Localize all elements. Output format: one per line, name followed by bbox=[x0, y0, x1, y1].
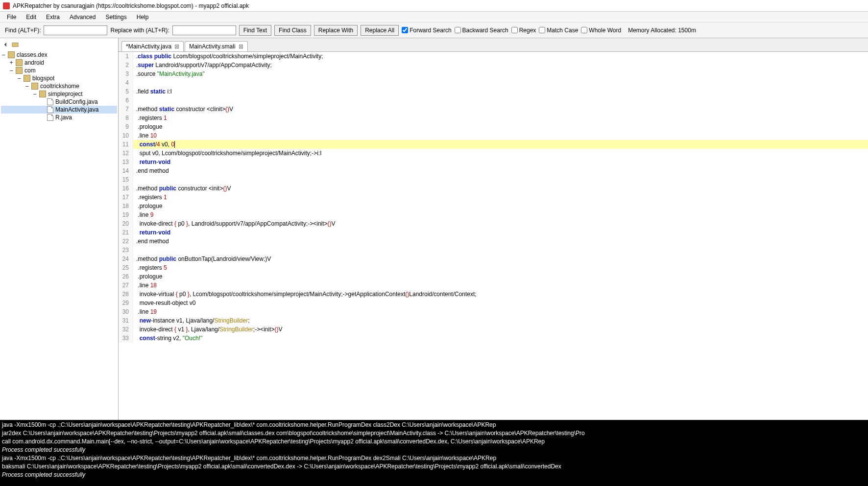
app-icon bbox=[3, 2, 10, 9]
find-text-button[interactable]: Find Text bbox=[239, 25, 271, 36]
console-line: jar2dex C:\Users\anjain\workspace\APKRep… bbox=[2, 429, 866, 438]
tree-root[interactable]: −classes.dex bbox=[1, 51, 117, 59]
toolbar: Find (ALT+F): Replace with (ALT+R): Find… bbox=[0, 23, 868, 38]
console-line: java -Xmx1500m -cp .;C:\Users\anjain\wor… bbox=[2, 421, 866, 429]
console-line: baksmali C:\Users\anjain\workspace\APKRe… bbox=[2, 463, 866, 471]
memory-label: Memory Allocated: 1500m bbox=[628, 27, 696, 34]
menu-edit[interactable]: Edit bbox=[22, 13, 40, 22]
output-console[interactable]: java -Xmx1500m -cp .;C:\Users\anjain\wor… bbox=[0, 420, 868, 486]
tree-simpleproject[interactable]: −simpleproject bbox=[1, 90, 117, 98]
tree-cooltrickshome[interactable]: −cooltrickshome bbox=[1, 82, 117, 90]
tree-r[interactable]: R.java bbox=[1, 114, 117, 121]
replace-input[interactable] bbox=[172, 25, 236, 35]
menu-help[interactable]: Help bbox=[133, 13, 153, 22]
close-icon[interactable]: ⊠ bbox=[239, 43, 243, 50]
close-icon[interactable]: ⊠ bbox=[174, 43, 179, 50]
find-class-button[interactable]: Find Class bbox=[274, 25, 311, 36]
replace-with-button[interactable]: Replace With bbox=[314, 25, 358, 36]
tree-mainactivity[interactable]: MainActivity.java bbox=[1, 106, 117, 114]
folder-icon[interactable] bbox=[12, 41, 19, 48]
project-tree[interactable]: −classes.dex +android −com −blogspot −co… bbox=[0, 38, 119, 420]
tree-buildconfig[interactable]: BuildConfig.java bbox=[1, 98, 117, 106]
svg-rect-0 bbox=[12, 43, 18, 47]
matchcase-checkbox[interactable] bbox=[539, 27, 545, 33]
tree-com[interactable]: −com bbox=[1, 67, 117, 74]
tab-mainactivity-java[interactable]: *MainActivity.java⊠ bbox=[121, 41, 184, 51]
console-line: java -Xmx1500m -cp .;C:\Users\anjain\wor… bbox=[2, 454, 866, 463]
find-label: Find (ALT+F): bbox=[5, 27, 41, 34]
editor-tabs: *MainActivity.java⊠ MainActivity.smali⊠ bbox=[119, 38, 868, 52]
forward-search-check[interactable]: Forward Search bbox=[402, 27, 451, 34]
menu-extra[interactable]: Extra bbox=[42, 13, 64, 22]
backward-search-check[interactable]: Backward Search bbox=[455, 27, 508, 34]
forward-checkbox[interactable] bbox=[402, 27, 408, 33]
code-editor[interactable]: 1.class public Lcom/blogspot/cooltricksh… bbox=[119, 52, 868, 420]
wholeword-check[interactable]: Whole Word bbox=[581, 27, 621, 34]
replace-all-button[interactable]: Replace All bbox=[361, 25, 399, 36]
tree-blogspot[interactable]: −blogspot bbox=[1, 74, 117, 82]
tab-mainactivity-smali[interactable]: MainActivity.smali⊠ bbox=[185, 41, 247, 51]
console-line: Process completed successfully bbox=[2, 471, 866, 479]
backward-checkbox[interactable] bbox=[455, 27, 461, 33]
title-bar: APKRepatcher by csanuragjain (https://co… bbox=[0, 0, 868, 12]
replace-label: Replace with (ALT+R): bbox=[110, 27, 169, 34]
regex-checkbox[interactable] bbox=[511, 27, 518, 33]
window-title: APKRepatcher by csanuragjain (https://co… bbox=[13, 2, 249, 9]
menu-advanced[interactable]: Advanced bbox=[66, 13, 99, 22]
menu-settings[interactable]: Settings bbox=[101, 13, 130, 22]
matchcase-check[interactable]: Match Case bbox=[539, 27, 578, 34]
regex-check[interactable]: Regex bbox=[511, 27, 536, 34]
console-line: Process completed successfully bbox=[2, 446, 866, 454]
menu-file[interactable]: File bbox=[3, 13, 20, 22]
collapse-icon[interactable] bbox=[3, 41, 10, 48]
console-line: call com.android.dx.command.Main.main[--… bbox=[2, 438, 866, 446]
wholeword-checkbox[interactable] bbox=[581, 27, 587, 33]
menu-bar: File Edit Extra Advanced Settings Help bbox=[0, 12, 868, 23]
tree-android[interactable]: +android bbox=[1, 59, 117, 67]
find-input[interactable] bbox=[44, 25, 107, 35]
